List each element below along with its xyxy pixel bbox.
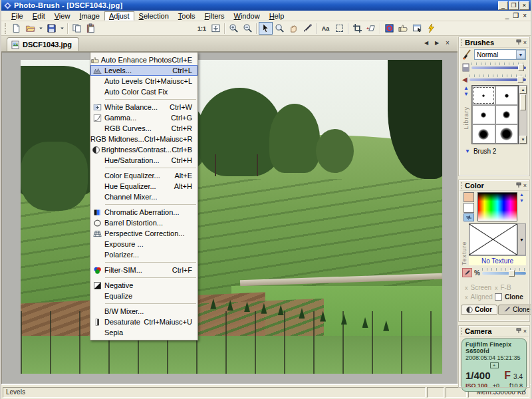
pin-icon[interactable] <box>516 328 521 334</box>
swap-colors-icon[interactable] <box>464 213 474 221</box>
menu-item-levels[interactable]: Levels...Ctrl+L <box>90 65 198 76</box>
brush-library-scrollbar[interactable]: ▲ ▼ <box>519 85 527 144</box>
brush-preset-6[interactable] <box>495 124 519 144</box>
new-file-button[interactable] <box>9 22 23 35</box>
chevron-down-icon[interactable]: ▼ <box>516 50 525 59</box>
hand-tool-button[interactable] <box>287 22 301 35</box>
menu-view[interactable]: View <box>50 11 75 21</box>
menu-item-perspective-correction[interactable]: Perspective Correction... <box>90 228 198 239</box>
menu-edit[interactable]: Edit <box>28 11 50 21</box>
tab-close-button[interactable]: × <box>443 39 452 48</box>
open-file-button[interactable] <box>23 22 37 35</box>
menu-item-auto-color-cast-fix[interactable]: Auto Color Cast Fix <box>90 86 198 97</box>
close-icon[interactable]: × <box>523 182 527 189</box>
menu-selection[interactable]: Selection <box>134 11 174 21</box>
open-file-options-button[interactable] <box>37 22 45 35</box>
color-panel-header[interactable]: Color × <box>460 181 529 191</box>
deskew-tool-button[interactable] <box>364 22 378 35</box>
foreground-color-swatch[interactable] <box>464 192 474 202</box>
menu-item-chromatic-aberration[interactable]: Chromatic Aberration... <box>90 207 198 217</box>
menu-image[interactable]: Image <box>74 11 104 21</box>
menu-item-hue-equalizer[interactable]: Hue Equalizer...Alt+H <box>90 181 198 192</box>
menu-window[interactable]: Window <box>229 11 264 21</box>
brush-preset-3[interactable] <box>472 105 495 124</box>
brush-preset-4[interactable] <box>495 105 519 124</box>
scroll-up-icon[interactable]: ▲ <box>519 86 527 94</box>
texture-dropdown-icon[interactable]: ▼ <box>517 223 526 255</box>
menu-item-auto-levels[interactable]: Auto LevelsCtrl+Maiusc+L <box>90 76 198 86</box>
library-down-icon[interactable]: ▼ <box>464 91 469 97</box>
tab-color[interactable]: Color <box>461 305 497 315</box>
brush-preset-1[interactable] <box>472 86 495 105</box>
menu-item-gamma[interactable]: Gamma...Ctrl+G <box>90 112 198 123</box>
menu-item-exposure[interactable]: Exposure ... <box>90 239 198 249</box>
pin-icon[interactable] <box>516 182 521 189</box>
background-color-swatch[interactable] <box>464 203 474 213</box>
save-file-button[interactable] <box>45 22 59 35</box>
brush-mode-select[interactable]: Normal ▼ <box>474 49 526 60</box>
menu-file[interactable]: File <box>7 11 28 21</box>
menu-item-desaturate[interactable]: DesaturateCtrl+Maiusc+U <box>90 317 198 327</box>
fit-to-window-button[interactable] <box>209 22 223 35</box>
zoom-in-button[interactable] <box>227 22 241 35</box>
clone-checkbox[interactable] <box>495 293 502 301</box>
zoom-actual-size-button[interactable]: 1:1 <box>195 22 209 35</box>
zoom-out-button[interactable] <box>241 22 255 35</box>
menu-item-filter-sim[interactable]: Filter-SIM...Ctrl+F <box>90 265 198 275</box>
mdi-restore-button[interactable]: ❐ <box>513 12 519 19</box>
copy-button[interactable] <box>70 22 84 35</box>
close-icon[interactable]: × <box>523 328 527 334</box>
chevron-down-icon[interactable]: ▼ <box>465 148 470 154</box>
close-icon[interactable]: × <box>523 39 527 46</box>
menu-item-equalize[interactable]: Equalize <box>90 291 198 301</box>
menu-item-polarizer[interactable]: Polarizer... <box>90 249 198 260</box>
auto-enhance-button[interactable] <box>396 22 410 35</box>
texture-preview[interactable] <box>469 223 517 255</box>
menu-adjust[interactable]: Adjust <box>104 11 134 21</box>
photo-canvas[interactable] <box>21 60 442 374</box>
brush-preset-2[interactable] <box>495 86 519 105</box>
paste-button[interactable] <box>84 22 98 35</box>
camera-panel-header[interactable]: Camera × <box>460 327 529 336</box>
menu-filters[interactable]: Filters <box>200 11 229 21</box>
text-tool-button[interactable]: Aa <box>319 22 332 35</box>
pin-icon[interactable] <box>516 39 521 46</box>
tab-clone[interactable]: Clone <box>498 305 532 315</box>
option-f-b[interactable]: xF-B <box>495 284 525 291</box>
toolbar-grip[interactable] <box>5 23 7 34</box>
menu-item-color-equalizer[interactable]: Color Equalizer...Alt+E <box>90 170 198 181</box>
image-browser-button[interactable] <box>410 22 424 35</box>
eyedropper-tool-button[interactable] <box>301 22 315 35</box>
brush-preset-5[interactable] <box>472 124 495 144</box>
menu-tools[interactable]: Tools <box>174 11 200 21</box>
document-tab[interactable]: DSCF1043.jpg <box>7 37 79 51</box>
pointer-tool-button[interactable] <box>259 22 273 35</box>
quick-fix-button[interactable] <box>382 22 396 35</box>
menu-item-auto-enhance-photos[interactable]: Auto Enhance PhotosCtrl+E <box>90 55 198 65</box>
zoom-tool-button[interactable] <box>273 22 287 35</box>
menu-item-brightness-contrast[interactable]: Brightness/Contrast...Ctrl+B <box>90 144 198 155</box>
color-spectrum-picker[interactable] <box>477 192 517 221</box>
mdi-minimize-button[interactable]: _ <box>505 12 509 19</box>
tab-next-button[interactable]: ▶ <box>432 39 442 48</box>
scrollbar-thumb[interactable] <box>520 94 526 110</box>
menu-item-barrel-distortion[interactable]: Barrel Distortion... <box>90 217 198 228</box>
library-up-icon[interactable]: ▲ <box>464 85 469 91</box>
crop-tool-button[interactable] <box>350 22 364 35</box>
menu-item-b-w-mixer[interactable]: B/W Mixer... <box>90 306 198 317</box>
brushes-panel-header[interactable]: Brushes × <box>460 38 529 48</box>
eyedropper-icon[interactable] <box>462 268 472 277</box>
color-opacity-slider[interactable] <box>482 268 526 277</box>
brush-size-slider[interactable] <box>469 74 526 84</box>
restore-button[interactable]: ❐ <box>509 1 519 10</box>
auto-actions-button[interactable] <box>424 22 438 35</box>
mdi-close-button[interactable]: × <box>523 12 527 19</box>
menu-item-channel-mixer[interactable]: Channel Mixer... <box>90 192 198 202</box>
scroll-down-icon[interactable]: ▼ <box>519 136 527 144</box>
menu-help[interactable]: Help <box>265 11 289 21</box>
save-file-options-button[interactable] <box>59 22 66 35</box>
tab-prev-button[interactable]: ◀ <box>422 39 431 48</box>
menu-item-sepia[interactable]: Sepia <box>90 327 198 338</box>
spectrum-down-icon[interactable]: ▼ <box>519 198 526 203</box>
selection-tool-button[interactable] <box>332 22 346 35</box>
